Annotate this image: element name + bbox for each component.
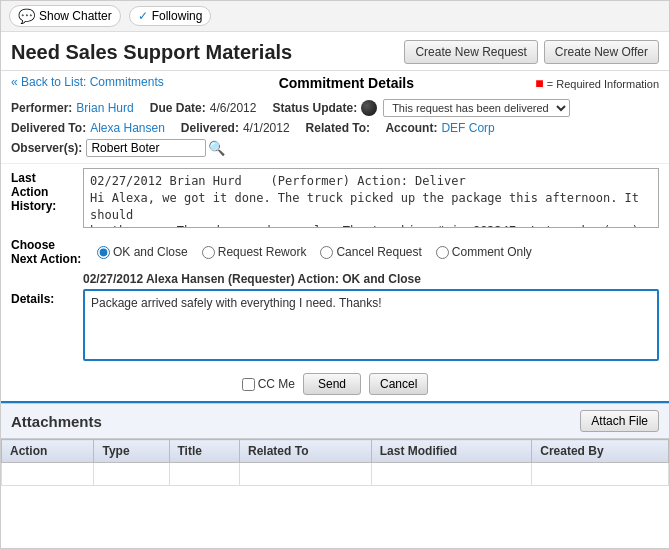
next-action-label: ChooseNext Action: <box>11 238 83 266</box>
show-chatter-button[interactable]: 💬 Show Chatter <box>9 5 121 27</box>
empty-created <box>532 463 669 486</box>
delivered-label: Delivered: <box>181 121 239 135</box>
observer-input[interactable] <box>86 139 206 157</box>
check-icon: ✓ <box>138 9 148 23</box>
details-section: 02/27/2012 Alexa Hansen (Requester) Acti… <box>1 270 669 365</box>
form-row-3: Observer(s): 🔍 <box>11 139 659 157</box>
history-labels: Last Action History: <box>11 168 83 213</box>
create-new-request-button[interactable]: Create New Request <box>404 40 537 64</box>
action-header: 02/27/2012 Alexa Hansen (Requester) Acti… <box>11 272 659 286</box>
attachments-header: Attachments Attach File <box>1 404 669 439</box>
attachments-table: Action Type Title Related To Last Modifi… <box>1 439 669 486</box>
cc-me-label: CC Me <box>258 377 295 391</box>
empty-modified <box>371 463 531 486</box>
header-buttons: Create New Request Create New Offer <box>404 40 659 64</box>
following-button[interactable]: ✓ Following <box>129 6 212 26</box>
next-action-section: ChooseNext Action: OK and Close Request … <box>1 232 669 270</box>
action-label: Action <box>11 185 83 199</box>
history-textarea[interactable]: 02/27/2012 Brian Hurd (Performer) Action… <box>83 168 659 228</box>
top-bar: 💬 Show Chatter ✓ Following <box>1 1 669 32</box>
section-title: Commitment Details <box>164 75 529 91</box>
last-label: Last <box>11 171 83 185</box>
due-date-value: 4/6/2012 <box>210 101 257 115</box>
required-note: ■ = Required Information <box>529 75 659 91</box>
breadcrumb-row: « Back to List: Commitments Commitment D… <box>1 71 669 95</box>
radio-cancel[interactable]: Cancel Request <box>320 245 421 259</box>
performer-label: Performer: <box>11 101 72 115</box>
send-row: CC Me Send Cancel <box>1 365 669 403</box>
col-created-by: Created By <box>532 440 669 463</box>
required-star: ■ <box>535 75 543 91</box>
due-date-label: Due Date: <box>150 101 206 115</box>
status-update-label: Status Update: <box>272 101 357 115</box>
send-button[interactable]: Send <box>303 373 361 395</box>
radio-ok-close-label: OK and Close <box>113 245 188 259</box>
radio-cancel-input[interactable] <box>320 246 333 259</box>
status-select-wrap: This request has been delivered <box>361 99 570 117</box>
required-note-text: = Required Information <box>547 78 659 90</box>
cc-me-checkbox[interactable] <box>242 378 255 391</box>
account-value: DEF Corp <box>441 121 494 135</box>
account-label: Account: <box>385 121 437 135</box>
page-title: Need Sales Support Materials <box>11 41 292 64</box>
page-header: Need Sales Support Materials Create New … <box>1 32 669 71</box>
breadcrumb[interactable]: « Back to List: Commitments <box>11 75 164 89</box>
col-last-modified: Last Modified <box>371 440 531 463</box>
radio-ok-close[interactable]: OK and Close <box>97 245 188 259</box>
cancel-button[interactable]: Cancel <box>369 373 428 395</box>
globe-icon <box>361 100 377 116</box>
next-action-row: ChooseNext Action: OK and Close Request … <box>11 238 659 266</box>
attachments-title: Attachments <box>11 413 102 430</box>
radio-rework[interactable]: Request Rework <box>202 245 307 259</box>
lookup-icon[interactable]: 🔍 <box>208 140 225 156</box>
create-new-offer-button[interactable]: Create New Offer <box>544 40 659 64</box>
radio-ok-close-input[interactable] <box>97 246 110 259</box>
radio-rework-label: Request Rework <box>218 245 307 259</box>
following-label: Following <box>152 9 203 23</box>
delivered-to-label: Delivered To: <box>11 121 86 135</box>
history-label: History: <box>11 199 83 213</box>
col-related-to: Related To <box>240 440 372 463</box>
table-row <box>2 463 669 486</box>
attachments-section: Attachments Attach File Action Type Titl… <box>1 403 669 486</box>
col-title: Title <box>169 440 240 463</box>
history-outer: Last Action History: 02/27/2012 Brian Hu… <box>11 168 659 228</box>
observers-label: Observer(s): <box>11 141 82 155</box>
radio-rework-input[interactable] <box>202 246 215 259</box>
attachments-table-header-row: Action Type Title Related To Last Modifi… <box>2 440 669 463</box>
form-section: Performer: Brian Hurd Due Date: 4/6/2012… <box>1 95 669 164</box>
cc-me-checkbox-label[interactable]: CC Me <box>242 377 295 391</box>
attachments-table-body <box>2 463 669 486</box>
form-row-2: Delivered To: Alexa Hansen Delivered: 4/… <box>11 121 659 135</box>
show-chatter-label: Show Chatter <box>39 9 112 23</box>
delivered-to-value: Alexa Hansen <box>90 121 165 135</box>
performer-value: Brian Hurd <box>76 101 133 115</box>
chat-icon: 💬 <box>18 8 35 24</box>
form-row-1: Performer: Brian Hurd Due Date: 4/6/2012… <box>11 99 659 117</box>
attach-file-button[interactable]: Attach File <box>580 410 659 432</box>
details-row: Details: Package arrived safely with eve… <box>11 289 659 361</box>
status-select[interactable]: This request has been delivered <box>383 99 570 117</box>
related-to-label: Related To: <box>306 121 370 135</box>
related-to-value <box>374 121 377 135</box>
delivered-value: 4/1/2012 <box>243 121 290 135</box>
col-action: Action <box>2 440 94 463</box>
empty-title <box>169 463 240 486</box>
radio-comment[interactable]: Comment Only <box>436 245 532 259</box>
radio-comment-input[interactable] <box>436 246 449 259</box>
empty-type <box>94 463 169 486</box>
radio-comment-label: Comment Only <box>452 245 532 259</box>
details-label: Details: <box>11 289 83 306</box>
radio-cancel-label: Cancel Request <box>336 245 421 259</box>
history-section: Last Action History: 02/27/2012 Brian Hu… <box>1 164 669 232</box>
col-type: Type <box>94 440 169 463</box>
details-textarea[interactable]: Package arrived safely with everything I… <box>83 289 659 361</box>
empty-action <box>2 463 94 486</box>
empty-related <box>240 463 372 486</box>
